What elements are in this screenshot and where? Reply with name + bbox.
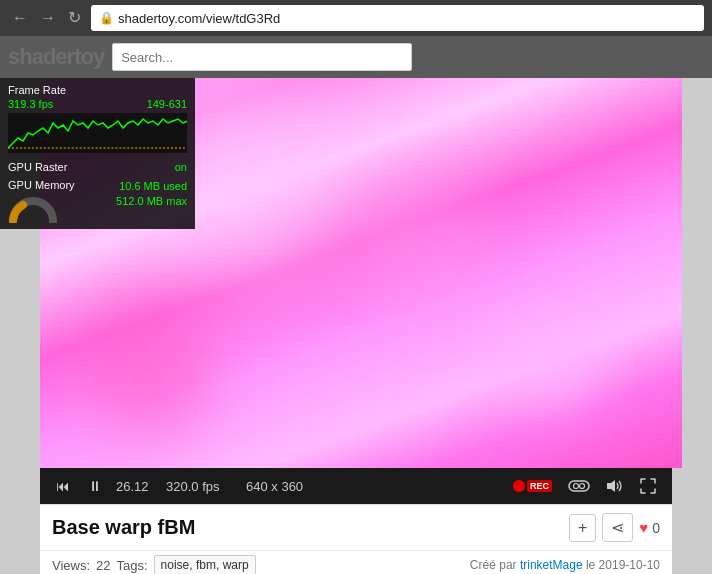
mem-max: 512.0 MB max — [116, 194, 187, 209]
fullscreen-icon — [640, 478, 656, 494]
gpu-memory-label: GPU Memory — [8, 179, 75, 191]
svg-marker-4 — [607, 480, 615, 492]
like-count: 0 — [652, 520, 660, 536]
frame-rate-label: Frame Rate — [8, 84, 187, 96]
shader-blob-3 — [90, 318, 210, 438]
heart-icon: ♥ — [639, 519, 648, 536]
like-button[interactable]: ♥ 0 — [639, 519, 660, 536]
created-by-label: Créé par — [470, 558, 517, 572]
refresh-button[interactable]: ↻ — [64, 8, 85, 28]
fps-display: 320.0 fps — [166, 479, 236, 494]
rec-button[interactable]: REC — [509, 478, 556, 494]
meta-right: Créé par trinketMage le 2019-10-10 — [470, 558, 660, 572]
gpu-memory-row: GPU Memory 10.6 MB used 512.0 MB max — [8, 179, 187, 223]
volume-icon — [606, 478, 624, 494]
vr-button[interactable] — [564, 477, 594, 495]
created-date: le 2019-10-10 — [586, 558, 660, 572]
vr-icon — [568, 479, 590, 493]
shader-title: Base warp fBM — [52, 516, 559, 539]
back-button[interactable]: ← — [8, 8, 32, 28]
perf-overlay: Frame Rate 319.3 fps 149-631 GPU Raster … — [0, 78, 195, 229]
forward-button[interactable]: → — [36, 8, 60, 28]
gpu-raster-row: GPU Raster on — [8, 161, 187, 173]
rec-label: REC — [527, 480, 552, 492]
action-buttons: + ⋖ ♥ 0 — [569, 513, 660, 542]
resolution-display: 640 x 360 — [246, 479, 499, 494]
tags-label: Tags: — [117, 558, 148, 573]
rec-dot — [513, 480, 525, 492]
meta-left: Views: 22 Tags: noise, fbm, warp — [52, 555, 256, 574]
creator-link[interactable]: trinketMage — [520, 558, 583, 572]
svg-point-3 — [580, 484, 585, 489]
page-wrapper: Frame Rate 319.3 fps 149-631 GPU Raster … — [0, 78, 712, 574]
shader-blob-2 — [340, 178, 490, 308]
meta-bar: Views: 22 Tags: noise, fbm, warp Créé pa… — [40, 550, 672, 574]
fullscreen-button[interactable] — [636, 476, 660, 496]
fps-row: 319.3 fps 149-631 — [8, 98, 187, 110]
fps-value: 319.3 fps — [8, 98, 53, 110]
mem-used: 10.6 MB used — [116, 179, 187, 194]
site-header: shadertoy — [0, 36, 712, 78]
shader-blob-4 — [502, 318, 602, 408]
gpu-raster-label: GPU Raster — [8, 161, 67, 173]
right-margin — [682, 78, 712, 468]
volume-button[interactable] — [602, 476, 628, 496]
mem-gauge — [8, 195, 58, 223]
control-right: REC — [509, 476, 660, 496]
site-logo: shadertoy — [8, 44, 104, 70]
fps-graph — [8, 113, 187, 153]
skip-start-button[interactable]: ⏮ — [52, 476, 74, 496]
canvas-area: Frame Rate 319.3 fps 149-631 GPU Raster … — [0, 78, 712, 468]
info-bar: Base warp fBM + ⋖ ♥ 0 — [40, 504, 672, 550]
views-count: 22 — [96, 558, 110, 573]
address-bar[interactable] — [118, 11, 696, 26]
mem-values: 10.6 MB used 512.0 MB max — [116, 179, 187, 210]
address-bar-container: 🔒 — [91, 5, 704, 31]
share-button[interactable]: ⋖ — [602, 513, 633, 542]
svg-point-2 — [574, 484, 579, 489]
time-display: 26.12 — [116, 479, 156, 494]
views-label: Views: — [52, 558, 90, 573]
control-bar: ⏮ ⏸ 26.12 320.0 fps 640 x 360 REC — [40, 468, 672, 504]
add-button[interactable]: + — [569, 514, 596, 542]
lock-icon: 🔒 — [99, 11, 114, 25]
fps-range: 149-631 — [147, 98, 187, 110]
tags-value: noise, fbm, warp — [154, 555, 256, 574]
browser-toolbar: ← → ↻ 🔒 — [0, 0, 712, 36]
pause-button[interactable]: ⏸ — [84, 476, 106, 496]
search-input[interactable] — [112, 43, 412, 71]
gpu-raster-value: on — [175, 161, 187, 173]
